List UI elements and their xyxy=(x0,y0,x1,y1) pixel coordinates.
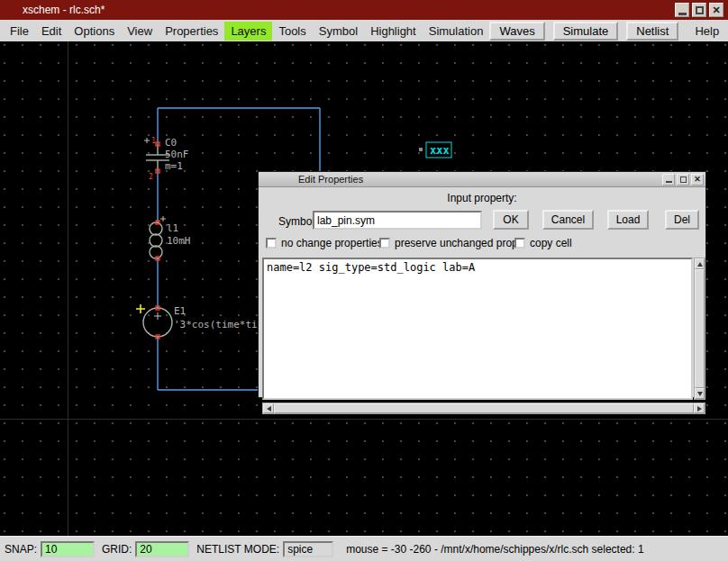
netlist-button[interactable]: Netlist xyxy=(626,22,678,41)
arrow-up-icon xyxy=(697,262,703,267)
scroll-down-button[interactable] xyxy=(695,388,705,399)
inductor-name: l1 xyxy=(167,222,178,234)
dialog-close-icon: ✕ xyxy=(694,176,701,184)
scroll-right-button[interactable] xyxy=(694,403,705,413)
xschem-window: xschem - rlc.sch* ✕ File Edit Options Vi… xyxy=(0,0,728,561)
load-button[interactable]: Load xyxy=(607,210,649,230)
maximize-icon xyxy=(696,6,704,14)
capacitor-value: 50nF xyxy=(165,149,189,160)
close-button[interactable]: ✕ xyxy=(709,3,723,17)
menu-highlight[interactable]: Highlight xyxy=(364,22,423,41)
menu-file[interactable]: File xyxy=(4,22,35,41)
horizontal-scrollbar-thumb[interactable] xyxy=(274,403,694,413)
preserve-unchanged-props-checkbox[interactable]: preserve unchanged props xyxy=(379,237,523,249)
statusbar: SNAP: GRID: NETLIST MODE: mouse = -30 -2… xyxy=(0,536,728,561)
netlist-mode-label: NETLIST MODE: xyxy=(196,543,279,556)
vertical-scrollbar-thumb[interactable] xyxy=(695,269,705,388)
menu-view[interactable]: View xyxy=(121,22,159,41)
checkbox-indicator[interactable] xyxy=(514,238,525,249)
dialog-maximize-icon xyxy=(680,176,687,183)
dialog-minimize-button[interactable] xyxy=(662,174,675,185)
no-change-properties-checkbox[interactable]: no change properties xyxy=(266,237,383,249)
arrow-right-icon xyxy=(697,406,702,412)
checkbox-indicator[interactable] xyxy=(379,238,390,249)
capacitor-name: C0 xyxy=(165,137,177,149)
minimize-icon xyxy=(678,13,687,15)
property-text-area[interactable]: name=l2 sig_type=std_logic lab=A xyxy=(262,258,693,400)
capacitor-symbol[interactable]: 1 2 C0 50nF m=1 xyxy=(144,137,189,181)
menu-options[interactable]: Options xyxy=(68,22,121,41)
dialog-maximize-button[interactable] xyxy=(677,174,689,185)
net-label-text: xxx xyxy=(430,144,450,157)
horizontal-scrollbar[interactable] xyxy=(262,403,705,414)
checkbox-indicator[interactable] xyxy=(266,238,277,249)
mouse-status-text: mouse = -30 -260 - /mnt/x/home/schippes/… xyxy=(346,543,643,556)
dialog-title: Edit Properties xyxy=(298,174,363,185)
titlebar[interactable]: xschem - rlc.sch* ✕ xyxy=(0,0,728,20)
menu-symbol[interactable]: Symbol xyxy=(313,22,364,41)
cancel-button[interactable]: Cancel xyxy=(542,210,594,230)
dialog-close-button[interactable]: ✕ xyxy=(691,174,704,185)
menu-edit[interactable]: Edit xyxy=(35,22,68,41)
dialog-body: Input property: Symbol OK Cancel Load De… xyxy=(259,187,705,397)
dialog-minimize-icon xyxy=(666,181,672,183)
capacitor-param: m=1 xyxy=(165,160,183,172)
vertical-scrollbar[interactable] xyxy=(694,258,705,400)
ok-button[interactable]: OK xyxy=(493,210,529,230)
input-property-label: Input property: xyxy=(259,192,705,204)
minimize-button[interactable] xyxy=(675,3,689,17)
simulate-button[interactable]: Simulate xyxy=(553,22,619,41)
checkbox-label: no change properties xyxy=(281,237,383,249)
source-name: E1 xyxy=(174,305,186,317)
symbol-input[interactable] xyxy=(313,211,482,230)
grid-input[interactable] xyxy=(135,541,189,557)
netlist-mode-input[interactable] xyxy=(283,541,333,557)
inductor-value: 10mH xyxy=(167,235,191,247)
menu-action-buttons: Waves Simulate Netlist Help xyxy=(489,22,726,41)
waves-button[interactable]: Waves xyxy=(489,22,544,41)
scroll-left-button[interactable] xyxy=(263,403,274,413)
menu-properties[interactable]: Properties xyxy=(159,22,224,41)
arrow-down-icon xyxy=(697,392,703,396)
dialog-titlebar[interactable]: Edit Properties ✕ xyxy=(259,172,705,187)
snap-input[interactable] xyxy=(41,541,95,557)
menu-help[interactable]: Help xyxy=(689,22,724,41)
checkbox-label: copy cell xyxy=(530,237,572,249)
menubar: File Edit Options View Properties Layers… xyxy=(0,20,728,41)
menu-layers[interactable]: Layers xyxy=(224,22,272,41)
window-title: xschem - rlc.sch* xyxy=(23,4,105,16)
arrow-left-icon xyxy=(267,406,271,412)
close-icon: ✕ xyxy=(712,5,720,15)
scroll-up-button[interactable] xyxy=(695,258,705,269)
menu-tools[interactable]: Tools xyxy=(272,22,312,41)
edit-properties-dialog: Edit Properties ✕ Input property: Symbol… xyxy=(258,171,706,398)
menu-simulation[interactable]: Simulation xyxy=(423,22,490,41)
del-button[interactable]: Del xyxy=(665,210,699,230)
capacitor-pin1-number: 1 xyxy=(151,137,156,145)
symbol-label: Symbol xyxy=(278,215,314,228)
snap-label: SNAP: xyxy=(5,543,37,556)
capacitor-pin2-number: 2 xyxy=(149,173,153,181)
schematic-canvas[interactable]: 1 2 C0 50nF m=1 l1 10mH xyxy=(0,41,728,536)
net-label-pin xyxy=(419,148,423,151)
net-label-xxx[interactable]: xxx xyxy=(419,142,451,158)
copy-cell-checkbox[interactable]: copy cell xyxy=(514,237,572,249)
checkbox-label: preserve unchanged props xyxy=(395,237,523,249)
maximize-button[interactable] xyxy=(692,3,706,17)
grid-label: GRID: xyxy=(102,543,132,556)
